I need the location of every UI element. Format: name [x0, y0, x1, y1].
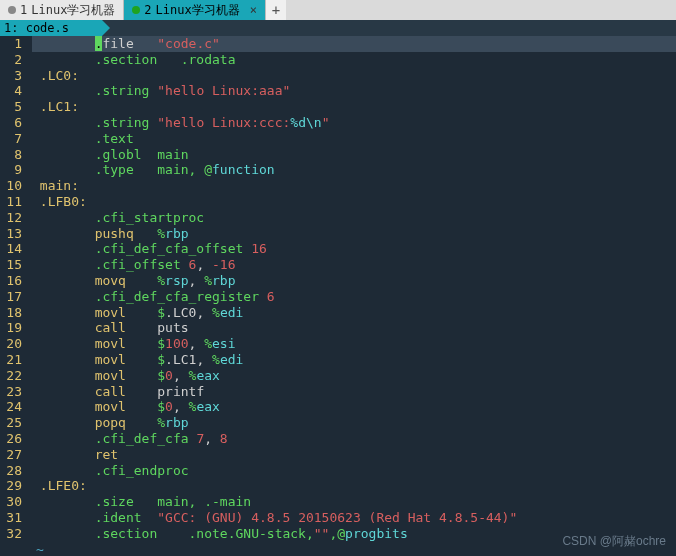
- close-icon[interactable]: ×: [250, 3, 257, 17]
- new-tab-button[interactable]: +: [266, 0, 286, 20]
- code-line[interactable]: .section .rodata: [32, 52, 676, 68]
- line-number: 16: [0, 273, 22, 289]
- line-number: 26: [0, 431, 22, 447]
- code-line[interactable]: .file "code.c": [32, 36, 676, 52]
- code-line[interactable]: .LFB0:: [32, 194, 676, 210]
- code-line[interactable]: movl $100, %esi: [32, 336, 676, 352]
- editor[interactable]: 1234567891011121314151617181920212223242…: [0, 36, 676, 556]
- line-number: 12: [0, 210, 22, 226]
- code-line[interactable]: movl $0, %eax: [32, 399, 676, 415]
- code-area[interactable]: .file "code.c" .section .rodata .LC0: .s…: [28, 36, 676, 556]
- code-line[interactable]: popq %rbp: [32, 415, 676, 431]
- line-number: 10: [0, 178, 22, 194]
- path-bar: 1: code.s: [0, 20, 115, 36]
- code-line[interactable]: .cfi_def_cfa 7, 8: [32, 431, 676, 447]
- code-line[interactable]: .cfi_offset 6, -16: [32, 257, 676, 273]
- line-number: 3: [0, 68, 22, 84]
- code-line[interactable]: .ident "GCC: (GNU) 4.8.5 20150623 (Red H…: [32, 510, 676, 526]
- line-number: 8: [0, 147, 22, 163]
- tab-index: 1: [20, 3, 27, 17]
- code-line[interactable]: .LC1:: [32, 99, 676, 115]
- dot-icon: [132, 6, 140, 14]
- line-number: 17: [0, 289, 22, 305]
- code-line[interactable]: call printf: [32, 384, 676, 400]
- line-number: 20: [0, 336, 22, 352]
- code-line[interactable]: .cfi_startproc: [32, 210, 676, 226]
- line-number: 21: [0, 352, 22, 368]
- line-number: 28: [0, 463, 22, 479]
- line-number: 2: [0, 52, 22, 68]
- code-line[interactable]: movl $0, %eax: [32, 368, 676, 384]
- code-line[interactable]: .string "hello Linux:aaa": [32, 83, 676, 99]
- line-number: 29: [0, 478, 22, 494]
- line-number: 6: [0, 115, 22, 131]
- line-number: 7: [0, 131, 22, 147]
- code-line[interactable]: ret: [32, 447, 676, 463]
- code-line[interactable]: main:: [32, 178, 676, 194]
- path-bar-wrap: 1: code.s: [0, 20, 676, 36]
- code-line[interactable]: .string "hello Linux:ccc:%d\n": [32, 115, 676, 131]
- line-number: 4: [0, 83, 22, 99]
- line-number: 5: [0, 99, 22, 115]
- line-number: 9: [0, 162, 22, 178]
- code-line[interactable]: call puts: [32, 320, 676, 336]
- tab-2[interactable]: 2 Linux学习机器 ×: [124, 0, 266, 20]
- code-line[interactable]: movl $.LC1, %edi: [32, 352, 676, 368]
- line-number: 23: [0, 384, 22, 400]
- tab-1[interactable]: 1 Linux学习机器: [0, 0, 124, 20]
- line-number: 13: [0, 226, 22, 242]
- code-line[interactable]: .cfi_endproc: [32, 463, 676, 479]
- line-gutter: 1234567891011121314151617181920212223242…: [0, 36, 28, 556]
- code-line[interactable]: .size main, .-main: [32, 494, 676, 510]
- line-number: 30: [0, 494, 22, 510]
- line-number: 22: [0, 368, 22, 384]
- line-number: 15: [0, 257, 22, 273]
- line-number: 14: [0, 241, 22, 257]
- code-line[interactable]: .globl main: [32, 147, 676, 163]
- watermark: CSDN @阿赭ochre: [562, 533, 666, 550]
- code-line[interactable]: pushq %rbp: [32, 226, 676, 242]
- line-number: 25: [0, 415, 22, 431]
- code-line[interactable]: .text: [32, 131, 676, 147]
- line-number: 24: [0, 399, 22, 415]
- file-path: 1: code.s: [4, 21, 69, 35]
- tab-label: Linux学习机器: [31, 2, 115, 19]
- code-line[interactable]: .cfi_def_cfa_register 6: [32, 289, 676, 305]
- code-line[interactable]: .LC0:: [32, 68, 676, 84]
- code-line[interactable]: .cfi_def_cfa_offset 16: [32, 241, 676, 257]
- line-number: 18: [0, 305, 22, 321]
- dot-icon: [8, 6, 16, 14]
- code-line[interactable]: movl $.LC0, %edi: [32, 305, 676, 321]
- line-number: 32: [0, 526, 22, 542]
- tab-bar: 1 Linux学习机器 2 Linux学习机器 × +: [0, 0, 676, 20]
- tab-label: Linux学习机器: [156, 2, 240, 19]
- line-number: 1: [0, 36, 22, 52]
- code-line[interactable]: .type main, @function: [32, 162, 676, 178]
- line-number: 19: [0, 320, 22, 336]
- line-number: 11: [0, 194, 22, 210]
- code-line[interactable]: movq %rsp, %rbp: [32, 273, 676, 289]
- code-line[interactable]: .LFE0:: [32, 478, 676, 494]
- line-number: 31: [0, 510, 22, 526]
- tab-index: 2: [144, 3, 151, 17]
- line-number: 27: [0, 447, 22, 463]
